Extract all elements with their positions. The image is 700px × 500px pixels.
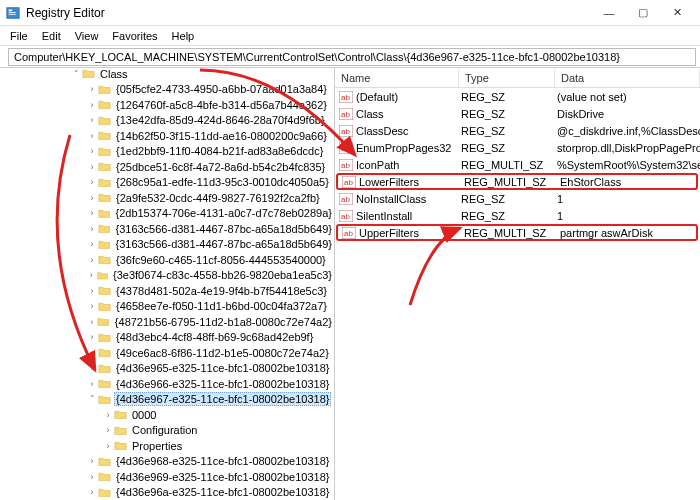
maximize-button[interactable]: ▢ xyxy=(626,2,660,24)
tree-node[interactable]: ›{36fc9e60-c465-11cf-8056-444553540000} xyxy=(0,252,334,268)
col-type[interactable]: Type xyxy=(459,69,555,87)
col-data[interactable]: Data xyxy=(555,69,700,87)
svg-rect-2 xyxy=(9,12,16,13)
window-title: Registry Editor xyxy=(26,6,592,20)
svg-text:ab: ab xyxy=(341,127,350,136)
address-input[interactable]: Computer\HKEY_LOCAL_MACHINE\SYSTEM\Curre… xyxy=(8,48,696,66)
svg-text:ab: ab xyxy=(341,161,350,170)
value-row-default[interactable]: ab(Default)REG_SZ(value not set) xyxy=(335,88,700,105)
value-row-lowerfilters[interactable]: abLowerFiltersREG_MULTI_SZEhStorClass xyxy=(336,173,698,190)
tree-node[interactable]: ›{3163c566-d381-4467-87bc-a65a18d5b649} xyxy=(0,221,334,237)
svg-text:ab: ab xyxy=(341,212,350,221)
tree-node[interactable]: ›{14b62f50-3f15-11dd-ae16-0800200c9a66} xyxy=(0,128,334,144)
svg-text:ab: ab xyxy=(341,110,350,119)
value-row-enumproppages32[interactable]: abEnumPropPages32REG_SZstorprop.dll,Disk… xyxy=(335,139,700,156)
svg-text:ab: ab xyxy=(344,229,353,238)
value-row-silentinstall[interactable]: abSilentInstallREG_SZ1 xyxy=(335,207,700,224)
titlebar: Registry Editor — ▢ ✕ xyxy=(0,0,700,26)
value-row-noinstallclass[interactable]: abNoInstallClassREG_SZ1 xyxy=(335,190,700,207)
tree-node[interactable]: ›{48d3ebc4-4cf8-48ff-b69-9c68ad42eb9f} xyxy=(0,330,334,346)
value-row-class[interactable]: abClassREG_SZDiskDrive xyxy=(335,105,700,122)
tree-node[interactable]: ›{48721b56-6795-11d2-b1a8-0080c72e74a2} xyxy=(0,314,334,330)
menu-file[interactable]: File xyxy=(4,28,34,44)
value-row-classdesc[interactable]: abClassDescREG_SZ@c_diskdrive.inf,%Class… xyxy=(335,122,700,139)
tree-node[interactable]: ›{3163c566-d381-4467-87bc-a65a18d5b649} xyxy=(0,237,334,253)
tree-node[interactable]: ›{13e42dfa-85d9-424d-8646-28a70f4d9f6b} xyxy=(0,113,334,129)
tree-node[interactable]: ›{4378d481-502a-4e19-9f4b-b7f54418e5c3} xyxy=(0,283,334,299)
svg-text:ab: ab xyxy=(341,144,350,153)
close-button[interactable]: ✕ xyxy=(660,2,694,24)
menu-favorites[interactable]: Favorites xyxy=(106,28,163,44)
tree-node[interactable]: ›{4d36e968-e325-11ce-bfc1-08002be10318} xyxy=(0,454,334,470)
tree-node[interactable]: ›{1264760f-a5c8-4bfe-b314-d56a7b44a362} xyxy=(0,97,334,113)
tree-node[interactable]: ›{25dbce51-6c8f-4a72-8a6d-b54c2b4fc835} xyxy=(0,159,334,175)
menu-view[interactable]: View xyxy=(69,28,105,44)
tree-node[interactable]: ›{4d36e96a-e325-11ce-bfc1-08002be10318} xyxy=(0,485,334,501)
svg-text:ab: ab xyxy=(341,93,350,102)
list-header: Name Type Data xyxy=(335,68,700,88)
tree-node[interactable]: ›{268c95a1-edfe-11d3-95c3-0010dc4050a5} xyxy=(0,175,334,191)
col-name[interactable]: Name xyxy=(335,69,459,87)
tree-node[interactable]: ›{3e3f0674-c83c-4558-bb26-9820eba1ea5c3} xyxy=(0,268,334,284)
list-pane[interactable]: Name Type Data ab(Default)REG_SZ(value n… xyxy=(335,68,700,500)
svg-rect-3 xyxy=(9,13,16,14)
tree-child[interactable]: ›Configuration xyxy=(0,423,334,439)
tree-node[interactable]: ›{2a9fe532-0cdc-44f9-9827-76192f2ca2fb} xyxy=(0,190,334,206)
menu-help[interactable]: Help xyxy=(166,28,201,44)
tree-node[interactable]: ›{2db15374-706e-4131-a0c7-d7c78eb0289a} xyxy=(0,206,334,222)
tree-node[interactable]: ›{05f5cfe2-4733-4950-a6bb-07aad01a3a84} xyxy=(0,82,334,98)
value-row-iconpath[interactable]: abIconPathREG_MULTI_SZ%SystemRoot%\Syste… xyxy=(335,156,700,173)
tree-node-class[interactable]: ˅Class xyxy=(0,68,334,82)
tree-child[interactable]: ›0000 xyxy=(0,407,334,423)
svg-text:ab: ab xyxy=(344,178,353,187)
menu-edit[interactable]: Edit xyxy=(36,28,67,44)
tree-node[interactable]: ›{1ed2bbf9-11f0-4084-b21f-ad83a8e6dcdc} xyxy=(0,144,334,160)
tree-node[interactable]: ›{49ce6ac8-6f86-11d2-b1e5-0080c72e74a2} xyxy=(0,345,334,361)
tree-node[interactable]: ›{4d36e969-e325-11ce-bfc1-08002be10318} xyxy=(0,469,334,485)
value-row-upperfilters[interactable]: abUpperFiltersREG_MULTI_SZpartmgr aswArD… xyxy=(336,224,698,241)
tree-child[interactable]: ›Properties xyxy=(0,438,334,454)
svg-rect-1 xyxy=(9,9,13,11)
tree-node[interactable]: ›{4d36e966-e325-11ce-bfc1-08002be10318} xyxy=(0,376,334,392)
main-pane: ˅Class›{05f5cfe2-4733-4950-a6bb-07aad01a… xyxy=(0,68,700,500)
tree-node[interactable]: ›{4d36e965-e325-11ce-bfc1-08002be10318} xyxy=(0,361,334,377)
tree-node-selected[interactable]: ˅{4d36e967-e325-11ce-bfc1-08002be10318} xyxy=(0,392,334,408)
address-bar: Computer\HKEY_LOCAL_MACHINE\SYSTEM\Curre… xyxy=(0,46,700,68)
regedit-icon xyxy=(6,6,20,20)
tree-node[interactable]: ›{4658ee7e-f050-11d1-b6bd-00c04fa372a7} xyxy=(0,299,334,315)
svg-text:ab: ab xyxy=(341,195,350,204)
minimize-button[interactable]: — xyxy=(592,2,626,24)
menubar: File Edit View Favorites Help xyxy=(0,26,700,46)
tree-pane[interactable]: ˅Class›{05f5cfe2-4733-4950-a6bb-07aad01a… xyxy=(0,68,335,500)
